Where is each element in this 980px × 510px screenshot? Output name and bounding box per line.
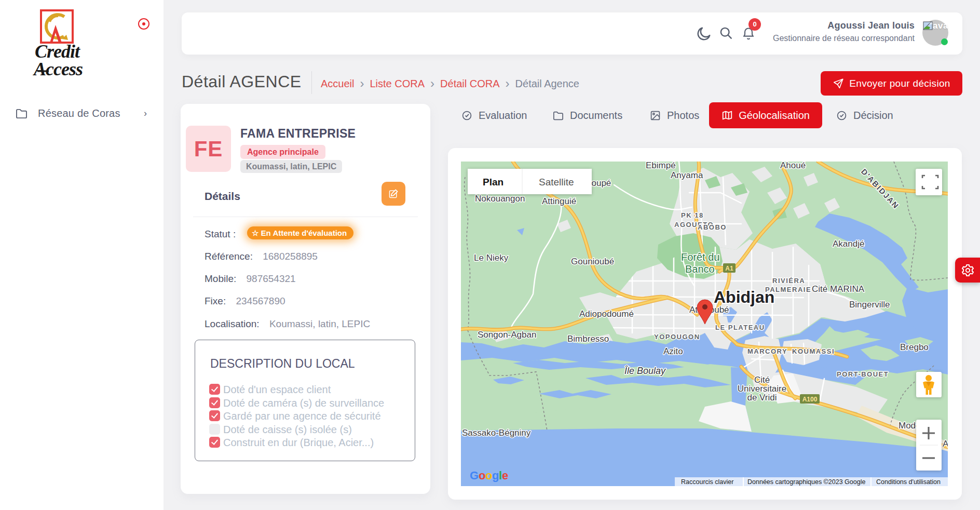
svg-text:A100: A100 xyxy=(802,396,818,403)
svg-text:e: e xyxy=(502,469,508,482)
svg-text:A1: A1 xyxy=(725,265,733,272)
svg-text:g: g xyxy=(492,469,499,482)
svg-text:Le Nieky: Le Nieky xyxy=(474,253,509,263)
svg-text:Abidjan: Abidjan xyxy=(714,288,774,306)
svg-text:Bimbresso: Bimbresso xyxy=(567,334,609,344)
svg-text:LE PLATEAU: LE PLATEAU xyxy=(715,324,765,331)
svg-text:Raccourcis clavier: Raccourcis clavier xyxy=(681,478,733,486)
svg-text:Access: Access xyxy=(33,59,83,78)
svg-text:RIVIÉRA: RIVIÉRA xyxy=(772,277,805,285)
svg-text:Attinguié: Attinguié xyxy=(542,196,576,206)
svg-text:Gounioubé: Gounioubé xyxy=(571,257,614,266)
svg-text:Ahoué: Ahoué xyxy=(780,162,806,170)
svg-text:A: A xyxy=(943,439,948,449)
svg-text:o: o xyxy=(479,469,485,482)
svg-text:Ebimpé: Ebimpé xyxy=(646,162,676,170)
svg-text:Banco: Banco xyxy=(685,263,715,275)
svg-text:Conditions d'utilisation: Conditions d'utilisation xyxy=(876,478,941,486)
svg-text:Anyama: Anyama xyxy=(671,170,703,180)
svg-text:o: o xyxy=(485,469,492,482)
svg-text:de Vridi: de Vridi xyxy=(747,393,777,402)
svg-text:Akandjé: Akandjé xyxy=(833,239,864,249)
svg-text:PORT-BOUET: PORT-BOUET xyxy=(837,370,889,378)
svg-text:Données cartographiques ©2023: Données cartographiques ©2023 Google xyxy=(747,478,865,486)
svg-text:Sassako-Bégniny: Sassako-Bégniny xyxy=(462,428,531,438)
svg-text:Forêt du: Forêt du xyxy=(681,251,719,263)
svg-text:KOUMASSI: KOUMASSI xyxy=(792,347,835,355)
svg-text:Azito: Azito xyxy=(663,346,683,356)
svg-text:G: G xyxy=(470,469,479,482)
svg-text:Île Boulay: Île Boulay xyxy=(624,366,666,376)
svg-text:YOPOUGON: YOPOUGON xyxy=(654,333,700,341)
svg-text:Plan: Plan xyxy=(483,177,503,187)
svg-text:Songon-Agban: Songon-Agban xyxy=(478,330,536,340)
svg-text:Adiopodoumé: Adiopodoumé xyxy=(579,309,634,319)
svg-text:PK 18: PK 18 xyxy=(681,211,704,219)
svg-text:Bregbo: Bregbo xyxy=(900,342,929,352)
svg-text:Cité MARINA: Cité MARINA xyxy=(812,284,865,294)
svg-text:Nokouangon: Nokouangon xyxy=(475,194,525,204)
svg-text:Satellite: Satellite xyxy=(539,177,574,187)
svg-text:Bingerville: Bingerville xyxy=(849,300,890,310)
svg-text:ABOBO: ABOBO xyxy=(698,223,727,231)
svg-text:MARCORY: MARCORY xyxy=(747,347,787,355)
